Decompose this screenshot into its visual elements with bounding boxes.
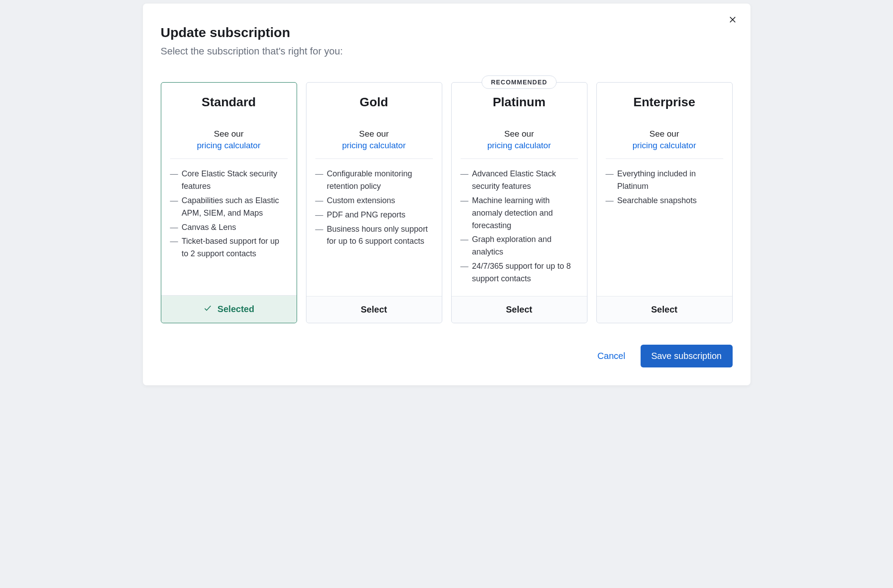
see-our-text: See our [461, 129, 578, 139]
list-item: Everything included in Platinum [606, 168, 723, 193]
list-item: Searchable snapshots [606, 195, 723, 207]
feature-list: Advanced Elastic Stack security features… [461, 168, 578, 285]
plan-select-button[interactable]: Selected [161, 295, 297, 323]
modal-subtitle: Select the subscription that's right for… [161, 46, 733, 57]
cancel-button[interactable]: Cancel [595, 346, 628, 366]
divider [170, 158, 288, 159]
select-label: Select [651, 304, 678, 315]
plan-card-standard[interactable]: Standard See our pricing calculator Core… [161, 82, 297, 323]
plan-name: Enterprise [606, 95, 723, 109]
plan-card-gold[interactable]: Gold See our pricing calculator Configur… [306, 82, 442, 323]
pricing-block: See our pricing calculator [170, 129, 288, 150]
update-subscription-modal: Update subscription Select the subscript… [143, 4, 750, 385]
list-item: Canvas & Lens [170, 221, 288, 234]
list-item: PDF and PNG reports [315, 209, 433, 221]
close-button[interactable] [725, 13, 740, 28]
check-icon [203, 304, 212, 315]
list-item: Custom extensions [315, 195, 433, 207]
plan-card-enterprise[interactable]: Enterprise See our pricing calculator Ev… [596, 82, 733, 323]
see-our-text: See our [170, 129, 288, 139]
plan-name: Gold [315, 95, 433, 109]
plan-grid: Standard See our pricing calculator Core… [161, 82, 733, 323]
feature-list: Core Elastic Stack security features Cap… [170, 168, 288, 260]
plan-card-platinum[interactable]: RECOMMENDED Platinum See our pricing cal… [451, 82, 587, 323]
list-item: Capabilities such as Elastic APM, SIEM, … [170, 195, 288, 220]
divider [315, 158, 433, 159]
pricing-calculator-link[interactable]: pricing calculator [197, 141, 261, 150]
modal-title: Update subscription [161, 25, 733, 40]
select-label: Select [361, 304, 387, 315]
plan-select-button[interactable]: Select [597, 296, 732, 323]
recommended-badge: RECOMMENDED [482, 75, 557, 89]
divider [461, 158, 578, 159]
select-label: Select [506, 304, 532, 315]
pricing-block: See our pricing calculator [606, 129, 723, 150]
list-item: Advanced Elastic Stack security features [461, 168, 578, 193]
list-item: 24/7/365 support for up to 8 support con… [461, 260, 578, 285]
list-item: Graph exploration and analytics [461, 234, 578, 259]
modal-actions: Cancel Save subscription [161, 345, 733, 367]
plan-name: Platinum [461, 95, 578, 109]
selected-label: Selected [218, 304, 254, 314]
list-item: Machine learning with anomaly detection … [461, 195, 578, 232]
list-item: Ticket-based support for up to 2 support… [170, 235, 288, 260]
pricing-calculator-link[interactable]: pricing calculator [342, 141, 406, 150]
feature-list: Everything included in Platinum Searchab… [606, 168, 723, 207]
list-item: Core Elastic Stack security features [170, 168, 288, 193]
pricing-calculator-link[interactable]: pricing calculator [633, 141, 696, 150]
pricing-block: See our pricing calculator [315, 129, 433, 150]
list-item: Business hours only support for up to 6 … [315, 223, 433, 248]
see-our-text: See our [606, 129, 723, 139]
feature-list: Configurable monitoring retention policy… [315, 168, 433, 248]
see-our-text: See our [315, 129, 433, 139]
plan-select-button[interactable]: Select [306, 296, 442, 323]
plan-select-button[interactable]: Select [452, 296, 587, 323]
divider [606, 158, 723, 159]
plan-name: Standard [170, 95, 288, 109]
pricing-block: See our pricing calculator [461, 129, 578, 150]
list-item: Configurable monitoring retention policy [315, 168, 433, 193]
save-subscription-button[interactable]: Save subscription [641, 345, 733, 367]
close-icon [728, 19, 737, 25]
pricing-calculator-link[interactable]: pricing calculator [487, 141, 551, 150]
